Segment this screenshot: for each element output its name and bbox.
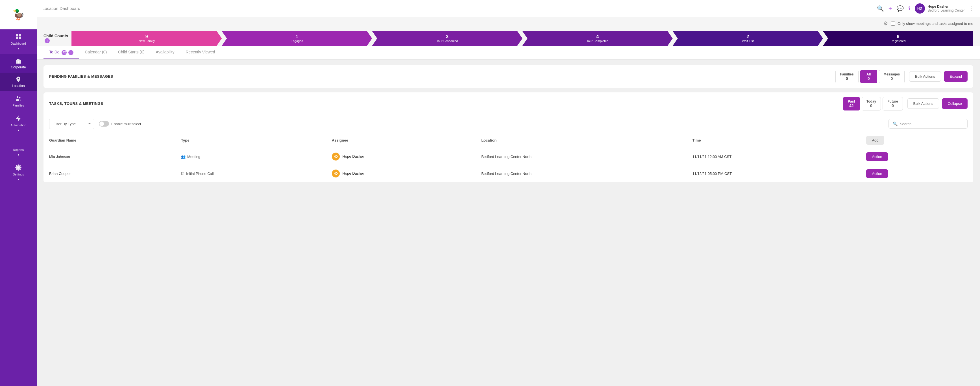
pipeline-step-wait-list[interactable]: 2 Wait List: [673, 31, 823, 46]
sidebar-item-automation-label: Automation: [10, 123, 26, 127]
pending-families-actions: Bulk Actions Expand: [909, 71, 967, 82]
cell-location: Bedford Learning Center North: [476, 165, 687, 182]
sidebar-item-location[interactable]: Location: [0, 73, 37, 91]
user-name: Hope Dasher: [928, 5, 965, 8]
building-icon: [15, 57, 22, 64]
filter-families-btn[interactable]: Families 0: [835, 70, 859, 83]
bulk-actions-button[interactable]: Bulk Actions: [909, 71, 941, 82]
sidebar-item-settings[interactable]: Settings ▾: [0, 160, 37, 185]
sidebar-logo: 🦆: [0, 0, 37, 29]
avatar: HD: [332, 153, 340, 161]
sidebar-item-corporate-label: Corporate: [11, 65, 26, 69]
avatar: HD: [915, 3, 925, 14]
child-counts-info-badge[interactable]: i: [45, 38, 50, 43]
table-body: Mia Johnson 👥 Meeting HD Hope Dasher: [43, 148, 973, 182]
logo-icon: 🦆: [12, 9, 25, 21]
cell-assignee: HD Hope Dasher: [326, 165, 476, 182]
chat-icon[interactable]: 💬: [897, 5, 904, 12]
tab-todo[interactable]: To Do 42 ·: [43, 46, 79, 59]
dashboard-body: PENDING FAMILIES & MESSAGES Families 0 A…: [37, 60, 980, 386]
table-header: Guardian Name Type Assignee Location: [43, 132, 973, 148]
col-type: Type: [175, 132, 326, 148]
svg-point-8: [19, 97, 21, 99]
avatar: HD: [332, 169, 340, 177]
search-box: 🔍: [888, 119, 967, 129]
chevron-down-icon-2: ▾: [18, 129, 19, 132]
sidebar-item-reports[interactable]: Reports ▾: [0, 136, 37, 160]
tasks-title: TASKS, TOURS & MEETINGS: [49, 101, 838, 106]
pending-families-card: PENDING FAMILIES & MESSAGES Families 0 A…: [43, 65, 973, 88]
app-logo: 🦆: [8, 5, 29, 25]
tabs-bar: To Do 42 · Calendar (0) Child Starts (0)…: [37, 46, 980, 60]
pipeline-step-tour-scheduled[interactable]: 3 Tour Scheduled: [372, 31, 522, 46]
table-row: Brian Cooper ☑ Initial Phone Call HD Hop…: [43, 165, 973, 182]
multiselect-label: Enable multiselect: [111, 122, 141, 126]
pipeline: 9 New Family 1 Engaged 3 Tour Scheduled …: [72, 31, 973, 46]
filter-past-btn[interactable]: Past 42: [843, 97, 860, 110]
filter-all-btn[interactable]: All 0: [860, 70, 877, 83]
sidebar-item-families[interactable]: Families: [0, 91, 37, 111]
tasks-card: TASKS, TOURS & MEETINGS Past 42 Today 0 …: [43, 93, 973, 182]
filter-future-btn[interactable]: Future 0: [883, 97, 903, 110]
sidebar-item-location-label: Location: [12, 84, 25, 88]
sidebar-item-automation[interactable]: Automation ▾: [0, 111, 37, 136]
tasks-filter-row: Filter By Type Enable multiselect 🔍: [43, 115, 973, 132]
user-center: Bedford Learning Center: [928, 8, 965, 13]
pipeline-step-engaged[interactable]: 1 Engaged: [222, 31, 372, 46]
cell-guardian-name: Mia Johnson: [43, 148, 175, 165]
topbar: Location Dashboard 🔍 + 💬 ℹ HD Hope Dashe…: [37, 0, 980, 17]
sidebar-item-dashboard[interactable]: Dashboard ▾: [0, 29, 37, 54]
add-button[interactable]: Add: [866, 136, 884, 145]
tab-availability[interactable]: Availability: [150, 46, 180, 59]
settings-gear-icon[interactable]: ⚙: [883, 20, 888, 27]
location-icon: [15, 76, 22, 83]
child-counts-header: Child Counts i 9 New Family 1 Engaged 3 …: [43, 31, 973, 46]
filter-today-btn[interactable]: Today 0: [862, 97, 881, 110]
search-icon: 🔍: [893, 121, 897, 126]
svg-rect-2: [16, 37, 18, 39]
more-menu-icon[interactable]: ⋮: [969, 5, 974, 11]
action-button[interactable]: Action: [866, 169, 888, 178]
pipeline-step-registered[interactable]: 6 Registered: [823, 31, 973, 46]
col-action: Add: [861, 132, 973, 148]
svg-rect-3: [19, 37, 21, 39]
col-time[interactable]: Time ↑: [687, 132, 861, 148]
search-input[interactable]: [900, 122, 963, 126]
expand-button[interactable]: Expand: [944, 71, 967, 82]
pipeline-step-new-family[interactable]: 9 New Family: [72, 31, 222, 46]
chart-icon: [15, 140, 22, 147]
action-button[interactable]: Action: [866, 152, 888, 161]
cell-time: 11/11/21 12:00 AM CST: [687, 148, 861, 165]
sidebar-item-families-label: Families: [13, 104, 24, 107]
cell-action: Action: [861, 165, 973, 182]
svg-rect-0: [16, 34, 18, 37]
cell-assignee: HD Hope Dasher: [326, 148, 476, 165]
breadcrumb: Location Dashboard: [42, 6, 873, 11]
filter-messages-btn[interactable]: Messages 0: [879, 70, 905, 83]
lightning-icon: [15, 115, 22, 122]
tasks-bulk-actions-button[interactable]: Bulk Actions: [907, 98, 939, 109]
tab-child-starts[interactable]: Child Starts (0): [112, 46, 150, 59]
user-section: HD Hope Dasher Bedford Learning Center: [915, 3, 965, 14]
filter-type-select[interactable]: Filter By Type: [49, 119, 94, 129]
cell-action: Action: [861, 148, 973, 165]
add-icon[interactable]: +: [888, 5, 892, 12]
tasks-table: Guardian Name Type Assignee Location: [43, 132, 973, 182]
tab-recently-viewed[interactable]: Recently Viewed: [180, 46, 221, 59]
assigned-to-me-checkbox[interactable]: [891, 21, 895, 26]
collapse-button[interactable]: Collapse: [942, 98, 967, 109]
multiselect-toggle[interactable]: [99, 121, 109, 127]
toggle-knob: [99, 121, 104, 126]
gear-icon-sidebar: [15, 164, 22, 171]
settings-row: ⚙ Only show meetings and tasks assigned …: [37, 17, 980, 29]
svg-rect-5: [17, 59, 19, 60]
sidebar-item-corporate[interactable]: Corporate: [0, 54, 37, 73]
col-location: Location: [476, 132, 687, 148]
info-icon[interactable]: ℹ: [908, 5, 910, 11]
tab-calendar[interactable]: Calendar (0): [79, 46, 112, 59]
multiselect-row: Enable multiselect: [99, 121, 141, 127]
content-area: ⚙ Only show meetings and tasks assigned …: [37, 17, 980, 386]
tab-todo-badge: 42: [62, 50, 67, 55]
search-icon-topbar[interactable]: 🔍: [877, 5, 884, 12]
pipeline-step-tour-completed[interactable]: 4 Tour Completed: [522, 31, 673, 46]
